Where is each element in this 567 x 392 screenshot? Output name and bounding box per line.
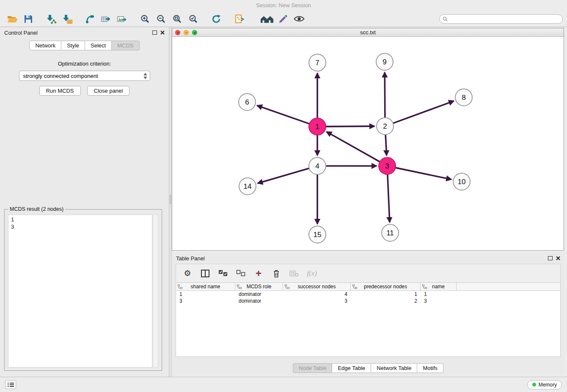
select-all-button[interactable] [216, 267, 230, 280]
export-table-icon [101, 14, 112, 24]
table-row[interactable]: 1dominator411 [176, 291, 560, 298]
attribute-tree-icon [178, 284, 182, 289]
tab-style[interactable]: Style [61, 41, 85, 50]
run-mcds-button[interactable]: Run MCDS [39, 86, 81, 96]
tab-node-table[interactable]: Node Table [293, 363, 333, 373]
edge-1-6[interactable] [257, 105, 310, 124]
zoom-selected-icon [189, 14, 198, 24]
svg-text:9: 9 [383, 58, 386, 66]
tab-edge-table[interactable]: Edge Table [332, 363, 371, 373]
apply-function-button[interactable]: f(x) [305, 267, 319, 280]
refresh-layout-button[interactable] [208, 12, 224, 26]
tab-mcds[interactable]: MCDS [112, 41, 139, 50]
mcds-result-list[interactable]: 13 [8, 215, 152, 367]
optimization-label: Optimization criterion: [0, 61, 169, 67]
column-header-predecessor-nodes[interactable]: predecessor nodes [351, 283, 421, 290]
plus-icon: + [256, 268, 261, 279]
node-15[interactable]: 15 [309, 226, 326, 243]
import-table-button[interactable] [59, 12, 75, 26]
search-input[interactable] [439, 14, 563, 24]
column-header-name[interactable]: name [421, 283, 457, 290]
show-graphics-button[interactable] [291, 12, 307, 26]
node-8[interactable]: 8 [455, 89, 472, 106]
close-panel-icon[interactable] [160, 30, 165, 35]
import-network-button[interactable] [43, 12, 59, 26]
table-settings-button[interactable]: ⚙ [180, 267, 195, 280]
zoom-traffic-light[interactable] [192, 30, 197, 35]
control-panel-title: Control Panel [4, 30, 38, 36]
minimize-traffic-light[interactable] [184, 30, 189, 35]
deselect-all-button[interactable] [234, 267, 248, 280]
splitter-grip-icon [170, 195, 171, 204]
deselect-all-icon [236, 270, 245, 277]
close-table-panel-icon[interactable] [556, 256, 560, 260]
save-session-button[interactable] [20, 12, 36, 26]
column-header-MCDS-role[interactable]: MCDS role [235, 283, 283, 290]
export-table-button[interactable] [98, 12, 114, 26]
open-session-button[interactable] [4, 12, 20, 26]
zoom-out-button[interactable] [153, 12, 169, 26]
close-panel-button[interactable]: Close panel [87, 86, 130, 96]
edge-1-2[interactable] [326, 126, 374, 127]
edge-2-3[interactable] [385, 135, 387, 155]
edge-3-11[interactable] [388, 174, 390, 222]
zoom-fit-icon [173, 14, 182, 24]
node-1[interactable]: 1 [309, 118, 326, 135]
node-9[interactable]: 9 [376, 53, 393, 70]
zoom-fit-button[interactable] [169, 12, 185, 26]
search-icon [443, 17, 448, 22]
tab-select[interactable]: Select [85, 41, 112, 50]
table-panel: Table Panel ⚙ + [172, 253, 564, 375]
export-image-button[interactable] [114, 12, 130, 26]
result-scrollbar[interactable] [153, 215, 158, 367]
delete-table-button[interactable] [287, 267, 301, 280]
node-3[interactable]: 3 [379, 157, 396, 174]
node-7[interactable]: 7 [309, 54, 326, 71]
node-2[interactable]: 2 [377, 118, 394, 135]
edge-4-14[interactable] [258, 168, 309, 183]
optimization-dropdown[interactable]: strongly connected component [19, 71, 150, 81]
close-traffic-light[interactable] [175, 30, 180, 35]
node-4[interactable]: 4 [309, 157, 326, 174]
window-titlebar: Session: New Session [0, 0, 567, 11]
tab-network-table[interactable]: Network Table [371, 363, 417, 373]
float-panel-icon[interactable] [152, 30, 157, 35]
export-image-icon [117, 14, 128, 24]
table-panel-title: Table Panel [176, 255, 205, 262]
edge-3-10[interactable] [396, 168, 451, 179]
table-cell: 1 [421, 291, 457, 298]
node-14[interactable]: 14 [239, 178, 256, 195]
svg-text:10: 10 [458, 178, 466, 186]
tab-network[interactable]: Network [29, 41, 61, 50]
column-header-successor-nodes[interactable]: successor nodes [283, 283, 351, 290]
table-body: 1dominator4113dominator323 [176, 291, 560, 304]
export-network-button[interactable] [82, 12, 98, 26]
show-panels-button[interactable] [5, 380, 16, 389]
attribute-tree-icon [352, 284, 357, 289]
memory-button[interactable]: Memory [527, 380, 562, 389]
copy-network-button[interactable] [231, 12, 247, 26]
copy-network-icon [234, 14, 245, 24]
home-analysis-button[interactable] [259, 12, 275, 26]
add-row-button[interactable]: + [251, 267, 266, 280]
save-icon [24, 14, 33, 24]
edge-3-1[interactable] [327, 132, 380, 162]
node-6[interactable]: 6 [239, 94, 256, 110]
zoom-in-button[interactable] [137, 12, 153, 26]
svg-text:6: 6 [245, 98, 249, 106]
list-icon [8, 382, 14, 387]
float-table-panel-icon[interactable] [548, 256, 553, 260]
network-graph[interactable]: 7968124314101511 [172, 37, 564, 250]
delete-row-button[interactable] [269, 267, 284, 280]
node-10[interactable]: 10 [453, 173, 470, 190]
zoom-selected-button[interactable] [185, 12, 201, 26]
control-panel: Control Panel NetworkStyleSelectMCDS Opt… [0, 27, 169, 377]
node-11[interactable]: 11 [382, 224, 399, 241]
table-row[interactable]: 3dominator323 [176, 298, 560, 304]
edge-2-8[interactable] [393, 101, 454, 124]
show-columns-button[interactable] [198, 267, 212, 280]
tab-motifs[interactable]: Motifs [417, 363, 443, 373]
edge-2-9[interactable] [385, 72, 385, 118]
style-brush-button[interactable] [275, 12, 291, 26]
column-header-shared-name[interactable]: shared name [176, 283, 235, 290]
